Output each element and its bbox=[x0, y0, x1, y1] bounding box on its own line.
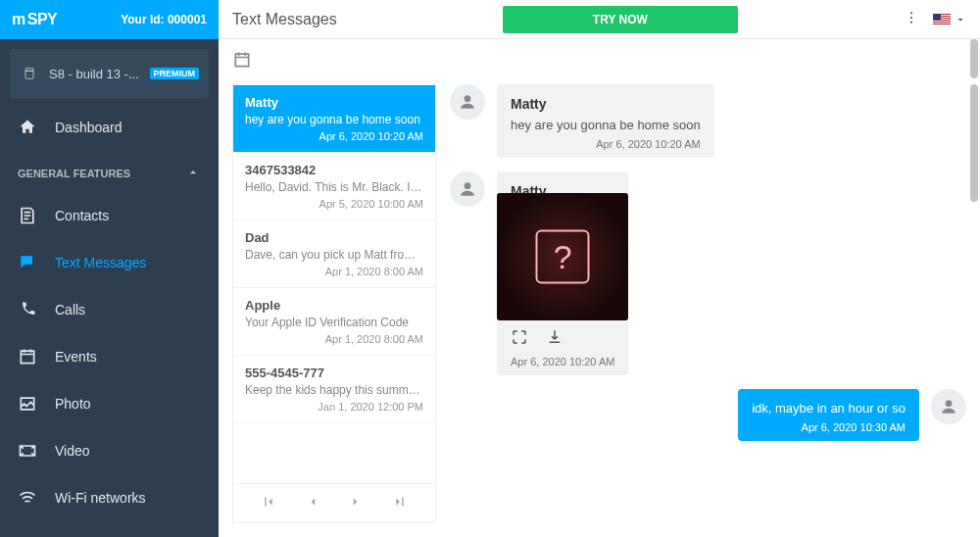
more-icon[interactable] bbox=[904, 10, 919, 29]
chat-thread: Mattyhey are you gonna be home soonApr 6… bbox=[450, 84, 966, 523]
svg-point-5 bbox=[465, 95, 471, 102]
calendar-icon bbox=[18, 347, 37, 366]
flag-us-icon bbox=[933, 14, 951, 25]
message-image[interactable] bbox=[497, 193, 628, 320]
conversation-time: Apr 6, 2020 10:20 AM bbox=[245, 130, 423, 142]
scrollbar[interactable] bbox=[970, 39, 978, 78]
conversation-item[interactable]: 3467533842Hello, David. This is Mr. Blac… bbox=[233, 153, 435, 220]
conversation-time: Apr 1, 2020 8:00 AM bbox=[245, 266, 423, 277]
clipboard-icon bbox=[18, 206, 37, 225]
main: Text Messages TRY NOW Mattyhey are you g… bbox=[219, 0, 980, 537]
conversation-name: Apple bbox=[245, 298, 423, 313]
device-name: S8 - build 13 -... bbox=[49, 67, 140, 81]
sidebar-item-dashboard[interactable]: Dashboard bbox=[0, 104, 219, 151]
sidebar-item-label: Calls bbox=[55, 302, 85, 317]
chevron-up-icon bbox=[185, 165, 201, 182]
message-body: hey are you gonna be home soon bbox=[511, 118, 701, 132]
message-bubble: MattyApr 6, 2020 10:20 AM bbox=[497, 171, 628, 375]
conversation-name: 555-4545-777 bbox=[245, 366, 423, 380]
sidebar-item-label: Events bbox=[55, 349, 97, 365]
svg-point-2 bbox=[910, 12, 912, 14]
sidebar-item-label: Text Messages bbox=[55, 255, 146, 270]
expand-icon[interactable] bbox=[511, 328, 528, 350]
film-icon bbox=[18, 441, 37, 461]
message-body: idk, maybe in an hour or so bbox=[752, 401, 906, 415]
page-next-icon[interactable] bbox=[347, 493, 365, 514]
nav-section-header[interactable]: GENERAL FEATURES bbox=[0, 151, 219, 192]
message-sender: Matty bbox=[511, 96, 701, 112]
sidebar-item-contacts[interactable]: Contacts bbox=[0, 192, 219, 239]
nav-section-label: GENERAL FEATURES bbox=[18, 168, 130, 179]
svg-point-4 bbox=[910, 21, 912, 23]
nav: Dashboard GENERAL FEATURES ContactsText … bbox=[0, 104, 219, 537]
message-row: MattyApr 6, 2020 10:20 AM bbox=[450, 171, 966, 375]
sidebar-item-label: Wi-Fi networks bbox=[55, 490, 146, 506]
sidebar-item-photo[interactable]: Photo bbox=[0, 380, 219, 427]
conversation-preview: Keep the kids happy this summer with ... bbox=[245, 383, 423, 397]
calendar-icon[interactable] bbox=[232, 50, 252, 73]
premium-badge: PREMIUM bbox=[150, 68, 200, 79]
conversation-time: Apr 1, 2020 8:00 AM bbox=[245, 333, 423, 345]
sidebar-item-label: Dashboard bbox=[55, 120, 122, 135]
sidebar-item-calls[interactable]: Calls bbox=[0, 286, 219, 333]
sidebar-item-label: Video bbox=[55, 443, 90, 459]
android-icon bbox=[20, 64, 39, 83]
sidebar: mmSPYSPY Your Id: 000001 S8 - build 13 -… bbox=[0, 0, 219, 537]
wifi-icon bbox=[18, 488, 37, 508]
message-time: Apr 6, 2020 10:20 AM bbox=[511, 138, 701, 150]
pagination bbox=[233, 483, 435, 522]
sidebar-item-keyword-tracking[interactable]: Keyword tracking bbox=[0, 521, 219, 537]
sidebar-item-events[interactable]: Events bbox=[0, 333, 219, 380]
page-first-icon[interactable] bbox=[260, 493, 277, 514]
sidebar-item-text-messages[interactable]: Text Messages bbox=[0, 239, 219, 286]
conversation-item[interactable]: Mattyhey are you gonna be home soonApr 6… bbox=[233, 85, 435, 153]
sidebar-header: mmSPYSPY Your Id: 000001 bbox=[0, 0, 219, 39]
try-now-button[interactable]: TRY NOW bbox=[503, 6, 738, 33]
language-selector[interactable] bbox=[933, 14, 966, 25]
avatar bbox=[450, 84, 485, 120]
download-icon[interactable] bbox=[546, 328, 564, 350]
conversation-item[interactable]: DadDave, can you pick up Matt from schoo… bbox=[233, 220, 435, 288]
conversation-name: 3467533842 bbox=[245, 163, 423, 177]
user-id-label: Your Id: 000001 bbox=[121, 13, 207, 26]
svg-point-7 bbox=[946, 400, 953, 407]
message-time: Apr 6, 2020 10:30 AM bbox=[752, 421, 906, 433]
svg-point-3 bbox=[910, 16, 912, 18]
avatar bbox=[450, 171, 485, 207]
svg-point-6 bbox=[465, 182, 471, 189]
message-row: Mattyhey are you gonna be home soonApr 6… bbox=[450, 84, 966, 158]
conversation-preview: Dave, can you pick up Matt from schoo... bbox=[245, 248, 423, 262]
conversation-item[interactable]: 555-4545-777Keep the kids happy this sum… bbox=[233, 356, 435, 423]
chat-icon bbox=[18, 253, 37, 272]
conversation-item[interactable]: AppleYour Apple ID Verification CodeApr … bbox=[233, 288, 435, 356]
conversation-name: Dad bbox=[245, 230, 423, 245]
conversation-preview: hey are you gonna be home soon bbox=[245, 113, 423, 126]
page-prev-icon[interactable] bbox=[304, 493, 321, 514]
page-title: Text Messages bbox=[232, 11, 337, 28]
content-area: Mattyhey are you gonna be home soonApr 6… bbox=[219, 84, 980, 537]
chevron-down-icon bbox=[955, 14, 966, 25]
sidebar-item-video[interactable]: Video bbox=[0, 427, 219, 474]
chat-scrollbar[interactable] bbox=[970, 84, 978, 202]
sidebar-item-label: Photo bbox=[55, 396, 91, 412]
page-last-icon[interactable] bbox=[391, 493, 409, 514]
toolbar bbox=[219, 39, 980, 84]
sidebar-item-wi-fi-networks[interactable]: Wi-Fi networks bbox=[0, 474, 219, 521]
message-time: Apr 6, 2020 10:20 AM bbox=[511, 356, 614, 367]
conversation-time: Jan 1, 2020 12:00 PM bbox=[245, 401, 423, 413]
conversation-preview: Hello, David. This is Mr. Black. I've no… bbox=[245, 180, 423, 194]
message-row: idk, maybe in an hour or soApr 6, 2020 1… bbox=[450, 389, 966, 441]
topbar: Text Messages TRY NOW bbox=[219, 0, 980, 39]
avatar bbox=[931, 389, 966, 424]
home-icon bbox=[18, 118, 37, 137]
conversation-time: Apr 5, 2020 10:00 AM bbox=[245, 198, 423, 210]
device-selector[interactable]: S8 - build 13 -... PREMIUM bbox=[10, 49, 209, 98]
conversation-name: Matty bbox=[245, 95, 423, 110]
message-bubble: Mattyhey are you gonna be home soonApr 6… bbox=[497, 84, 714, 158]
phone-icon bbox=[18, 300, 37, 319]
sidebar-item-label: Contacts bbox=[55, 208, 109, 223]
conversation-list: Mattyhey are you gonna be home soonApr 6… bbox=[232, 84, 436, 523]
message-bubble: idk, maybe in an hour or soApr 6, 2020 1… bbox=[738, 389, 919, 441]
brand-logo: mmSPYSPY bbox=[12, 11, 57, 28]
image-icon bbox=[18, 394, 37, 414]
